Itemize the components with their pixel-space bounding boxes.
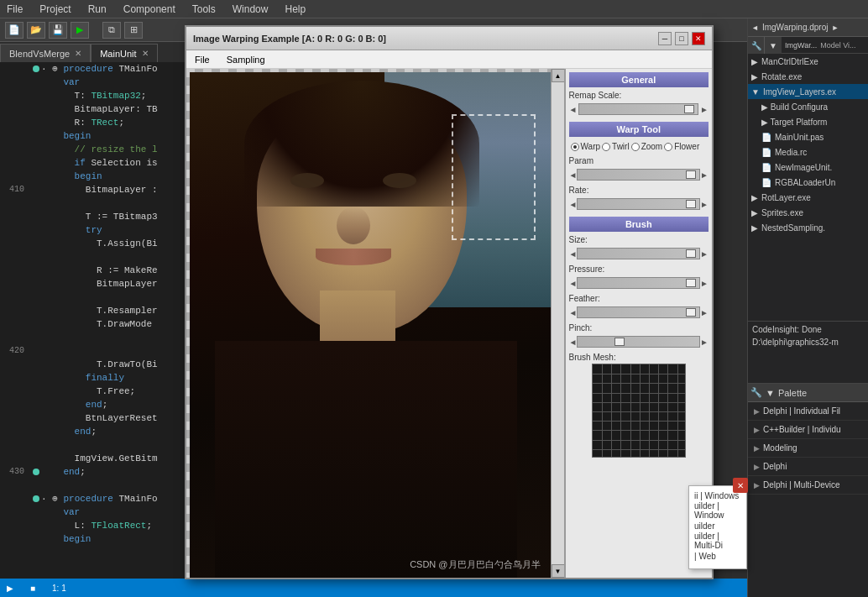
proj-btn1[interactable]: 🔧 — [748, 37, 765, 54]
toolbar-save-btn[interactable]: 💾 — [49, 22, 67, 39]
bottom-stop-btn[interactable]: ■ — [30, 584, 35, 593]
menu-window[interactable]: Window — [229, 2, 272, 17]
canvas-area[interactable]: CSDN @月巴月巴白勺合鸟月半 — [186, 69, 551, 578]
file-tree-item-6[interactable]: 📄 Media.rc — [748, 144, 868, 160]
menu-help[interactable]: Help — [281, 2, 309, 17]
file-tree-item-0[interactable]: ▶ ManCtrlDtrlExe — [748, 54, 868, 69]
pressure-thumb[interactable] — [686, 279, 696, 287]
overlay-item-3[interactable]: uilder | Multi-Di — [691, 533, 745, 548]
right-panel-collapse[interactable]: ◄ — [751, 24, 759, 32]
file-icon-6: 📄 — [761, 148, 771, 157]
menu-component[interactable]: Component — [120, 2, 179, 17]
palette-label-4: Delphi | Multi-Device — [763, 480, 840, 490]
overlay-close-btn[interactable]: ✕ — [733, 478, 748, 493]
file-tree-item-3[interactable]: ▶ Build Configura — [748, 99, 868, 114]
overlay-item-1[interactable]: uilder | Window — [691, 503, 745, 518]
pinch-thumb[interactable] — [614, 338, 625, 346]
feather-thumb[interactable] — [686, 308, 696, 317]
tab-main-close[interactable]: ✕ — [142, 49, 149, 58]
remap-scale-slider[interactable] — [578, 103, 698, 115]
file-icon-9: ▶ — [751, 193, 758, 202]
toolbar-extra1-btn[interactable]: ⧉ — [102, 22, 121, 39]
scroll-up-btn[interactable]: ▲ — [552, 69, 565, 82]
palette-item-0[interactable]: ▶ Delphi | Individual Fil — [747, 402, 868, 421]
overlay-item-4[interactable]: | Web — [691, 548, 745, 563]
remap-scale-thumb[interactable] — [684, 105, 694, 113]
toolbar-open-btn[interactable]: 📂 — [27, 22, 45, 39]
code-line-end1: end; — [0, 398, 187, 411]
palette-label-0: Delphi | Individual Fil — [763, 406, 840, 416]
code-insight-path: D:\delphi\graphics32-m — [752, 338, 863, 347]
tab-main-unit[interactable]: MainUnit ✕ — [91, 44, 157, 62]
file-label-5: MainUnit.pas — [775, 133, 824, 142]
feather-slider[interactable] — [577, 306, 700, 318]
tab-blend-close[interactable]: ✕ — [75, 49, 81, 58]
radio-warp[interactable]: Warp — [571, 142, 601, 151]
code-line-begin3: begin — [0, 532, 187, 546]
toolbar-new-btn[interactable]: 📄 — [5, 22, 24, 39]
param-arrow-right: ► — [700, 170, 709, 180]
size-thumb[interactable] — [686, 249, 696, 258]
code-line-6: begin — [0, 129, 187, 143]
dialog-minimize-btn[interactable]: ─ — [658, 32, 672, 45]
radio-twirl-btn[interactable] — [602, 143, 610, 151]
dialog-close-btn[interactable]: ✕ — [692, 32, 705, 45]
file-tree-item-4[interactable]: ▶ Target Platform — [748, 114, 868, 129]
param-thumb[interactable] — [686, 170, 696, 179]
menu-tools[interactable]: Tools — [189, 2, 219, 17]
code-line-420: 420 — [0, 344, 187, 358]
size-slider[interactable] — [577, 248, 700, 259]
project-tab1[interactable]: ImgWar... — [785, 41, 817, 50]
palette-item-2[interactable]: ▶ Modeling — [747, 439, 868, 458]
dialog-maximize-btn[interactable]: □ — [675, 32, 688, 45]
toolbar-run-btn[interactable]: ▶ — [71, 22, 89, 39]
code-editor[interactable]: · ⊕ procedure TMainFo var T: TBitmap32; … — [0, 62, 188, 597]
pinch-slider[interactable] — [577, 336, 700, 348]
rate-label: Rate: — [569, 186, 709, 195]
dialog-menu-file[interactable]: File — [191, 53, 213, 66]
file-tree-item-9[interactable]: ▶ RotLayer.exe — [748, 190, 868, 205]
feather-label: Feather: — [569, 294, 709, 303]
proj-btn2[interactable]: ▼ — [765, 37, 782, 54]
dialog-menu-sampling[interactable]: Sampling — [223, 53, 269, 66]
rate-slider[interactable] — [577, 198, 700, 210]
file-tree-item-5[interactable]: 📄 MainUnit.pas — [748, 129, 868, 144]
radio-zoom[interactable]: Zoom — [631, 142, 663, 151]
scroll-track[interactable] — [552, 82, 564, 564]
scroll-down-btn[interactable]: ▼ — [552, 564, 565, 578]
radio-flower[interactable]: Flower — [664, 142, 699, 151]
menu-project[interactable]: Project — [36, 2, 74, 17]
palette-item-3[interactable]: ▶ Delphi — [747, 458, 868, 476]
file-tree-item-8[interactable]: 📄 RGBALoaderUn — [748, 175, 868, 190]
feather-slider-row: ◄ ► — [569, 305, 709, 320]
palette-item-4[interactable]: ▶ Delphi | Multi-Device — [747, 476, 868, 495]
rate-thumb[interactable] — [686, 200, 696, 208]
palette-btn1[interactable]: 🔧 — [750, 387, 762, 398]
menu-run[interactable]: Run — [85, 2, 110, 17]
menu-file[interactable]: File — [3, 2, 26, 17]
bottom-run-btn[interactable]: ▶ — [7, 584, 13, 593]
code-line-var2: var — [0, 505, 187, 519]
radio-twirl[interactable]: Twirl — [602, 142, 630, 151]
project-tab2[interactable]: Model Vi... — [820, 41, 855, 50]
file-icon-5: 📄 — [761, 133, 771, 142]
code-line-imgview: ImgView.GetBitm — [0, 452, 187, 465]
toolbar-extra2-btn[interactable]: ⊞ — [124, 22, 143, 39]
file-tree-item-1[interactable]: ▶ Rotate.exe — [748, 69, 868, 84]
file-tree-item-11[interactable]: ▶ NestedSampling. — [748, 220, 868, 235]
radio-warp-btn[interactable] — [571, 143, 579, 151]
right-panel-expand[interactable]: ► — [831, 24, 839, 32]
image-canvas[interactable] — [190, 72, 551, 578]
file-tree-item-2[interactable]: ▼ ImgView_Layers.ex — [748, 84, 868, 99]
radio-zoom-btn[interactable] — [631, 143, 640, 151]
code-line-lfloat: L: TFloatRect; — [0, 519, 187, 532]
radio-zoom-label: Zoom — [641, 142, 663, 151]
pressure-slider[interactable] — [577, 277, 700, 289]
tab-blend-vs-merge[interactable]: BlendVsMerge ✕ — [0, 44, 91, 62]
param-slider[interactable] — [577, 169, 700, 181]
file-tree-item-10[interactable]: ▶ Sprites.exe — [748, 205, 868, 220]
file-tree-item-7[interactable]: 📄 NewImageUnit. — [748, 160, 868, 175]
palette-item-1[interactable]: ▶ C++Builder | Individu — [747, 421, 868, 439]
radio-flower-btn[interactable] — [664, 143, 672, 151]
palette-btn2[interactable]: ▼ — [766, 388, 775, 398]
